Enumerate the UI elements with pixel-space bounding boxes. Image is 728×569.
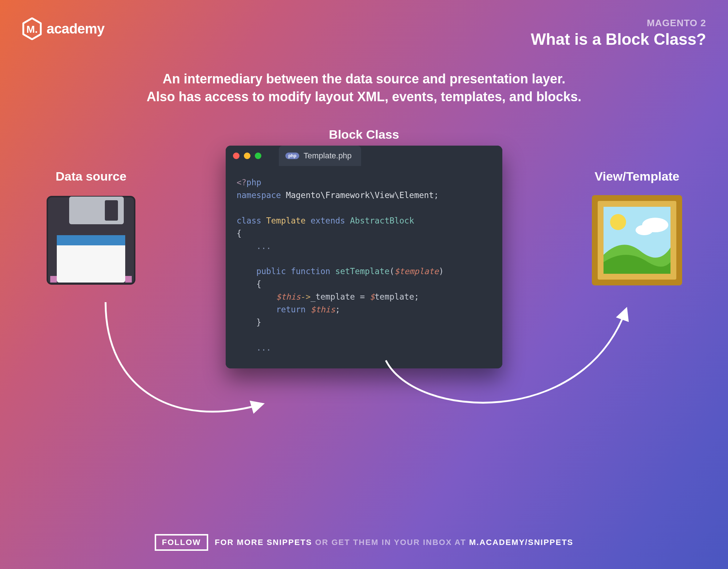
page-title: What is a Block Class? <box>531 30 706 48</box>
editor-tab: php Template.php <box>279 146 361 166</box>
php-badge: php <box>285 153 299 159</box>
window-zoom-icon <box>255 153 261 159</box>
label-data-source: Data source <box>36 169 146 183</box>
hexagon-icon: M. <box>22 17 42 40</box>
footer-text: FOR MORE SNIPPETS OR GET THEM IN YOUR IN… <box>215 538 573 547</box>
floppy-disk-icon <box>44 193 138 288</box>
framed-picture-icon <box>590 193 684 288</box>
label-view-template: View/Template <box>582 169 692 183</box>
svg-point-14 <box>636 225 653 235</box>
brand-logo: M. academy <box>22 17 104 40</box>
svg-rect-4 <box>105 200 118 221</box>
code-editor: php Template.php <?php namespace Magento… <box>226 146 502 368</box>
svg-rect-7 <box>50 276 57 282</box>
intro-line-1: An intermediary between the data source … <box>29 70 699 88</box>
kicker-text: MAGENTO 2 <box>531 17 706 29</box>
window-minimize-icon <box>244 153 250 159</box>
editor-title-bar: php Template.php <box>226 146 502 166</box>
svg-point-12 <box>610 214 626 230</box>
tab-filename: Template.php <box>304 151 352 161</box>
window-close-icon <box>233 153 240 159</box>
code-content: <?php namespace Magento\Framework\View\E… <box>226 166 502 368</box>
svg-rect-8 <box>125 276 132 282</box>
label-block-class: Block Class <box>0 127 728 142</box>
brand-name: academy <box>47 21 104 37</box>
svg-rect-6 <box>57 235 125 245</box>
follow-button[interactable]: FOLLOW <box>155 534 208 551</box>
intro-line-2: Also has access to modify layout XML, ev… <box>29 88 699 106</box>
svg-text:M.: M. <box>26 24 37 35</box>
